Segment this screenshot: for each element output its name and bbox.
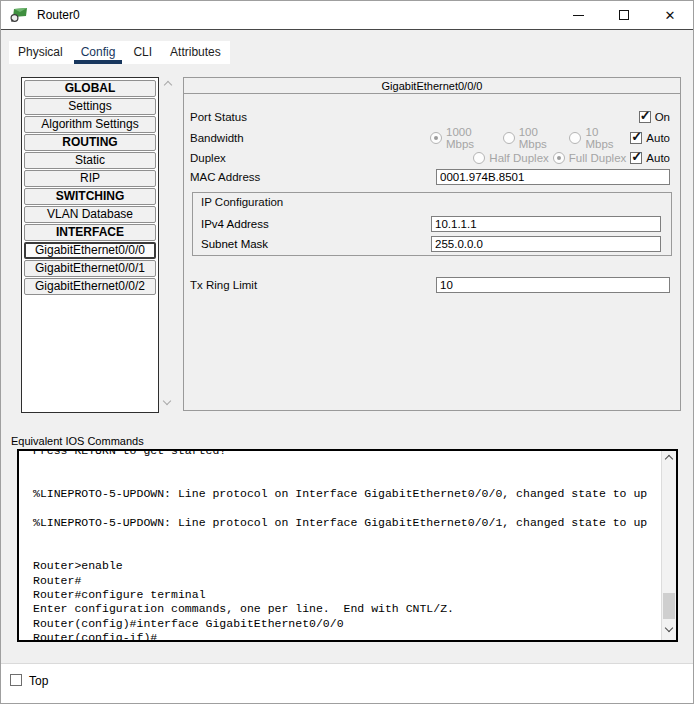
terminal-line: Router# — [33, 574, 656, 588]
interface-panel: GigabitEthernet0/0/0 Port Status On Band… — [183, 77, 681, 411]
close-icon: ✕ — [665, 9, 676, 22]
maximize-button[interactable] — [601, 1, 647, 29]
bandwidth-10-radio[interactable] — [569, 132, 581, 144]
sidebar-item-gig0-0-0[interactable]: GigabitEthernet0/0/0 — [24, 242, 156, 259]
duplex-auto-label: Auto — [646, 152, 670, 164]
mac-address-label: MAC Address — [190, 171, 430, 183]
duplex-row: Duplex Half Duplex Full Duplex Auto — [190, 149, 670, 167]
minimize-icon — [573, 15, 584, 16]
config-sidebar: GLOBAL Settings Algorithm Settings ROUTI… — [21, 77, 159, 413]
tab-config[interactable]: Config — [72, 41, 125, 64]
duplex-label: Duplex — [190, 152, 430, 164]
terminal-line: Enter configuration commands, one per li… — [33, 602, 656, 616]
maximize-icon — [619, 10, 629, 20]
ios-terminal-text: Press RETURN to get started! %LINEPROTO-… — [33, 449, 656, 642]
sidebar-item-gig0-0-1[interactable]: GigabitEthernet0/0/1 — [24, 260, 156, 277]
ip-configuration-title: IP Configuration — [201, 196, 283, 208]
terminal-scroll-up-icon[interactable] — [665, 455, 673, 463]
tab-bar: Physical Config CLI Attributes — [9, 41, 230, 64]
terminal-line: Router#configure terminal — [33, 588, 656, 602]
port-status-checkbox[interactable] — [639, 111, 651, 123]
terminal-line: Press RETURN to get started! — [33, 449, 656, 458]
router-config-window: Router0 ✕ Physical Config CLI Attributes… — [0, 0, 694, 704]
sidebar-item-algorithm-settings[interactable]: Algorithm Settings — [24, 116, 156, 133]
terminal-line: %LINEPROTO-5-UPDOWN: Line protocol on In… — [33, 516, 656, 530]
ipv4-address-row: IPv4 Address — [201, 215, 661, 232]
packet-tracer-router-icon — [9, 7, 29, 23]
bandwidth-label: Bandwidth — [190, 132, 430, 144]
sidebar-item-gig0-0-2[interactable]: GigabitEthernet0/0/2 — [24, 278, 156, 295]
terminal-scrollbar[interactable] — [661, 451, 676, 640]
sidebar-item-rip[interactable]: RIP — [24, 170, 156, 187]
window-title: Router0 — [37, 8, 80, 22]
terminal-line: %LINEPROTO-5-UPDOWN: Line protocol on In… — [33, 487, 656, 501]
terminal-line: Router(config-if)# — [33, 631, 656, 642]
sidebar-item-vlan-database[interactable]: VLAN Database — [24, 206, 156, 223]
duplex-half-label: Half Duplex — [489, 152, 548, 164]
ipv4-address-label: IPv4 Address — [201, 218, 431, 230]
close-button[interactable]: ✕ — [647, 1, 693, 29]
duplex-auto-checkbox[interactable] — [630, 152, 642, 164]
tab-cli[interactable]: CLI — [124, 41, 161, 64]
mac-address-row: MAC Address — [190, 168, 670, 186]
top-checkbox-label: Top — [29, 674, 48, 688]
port-status-label: Port Status — [190, 111, 430, 123]
top-checkbox[interactable] — [10, 674, 22, 686]
terminal-line — [33, 458, 656, 472]
tx-ring-limit-row: Tx Ring Limit — [190, 276, 670, 294]
bandwidth-row: Bandwidth 1000 Mbps 100 Mbps 10 Mbps Aut… — [190, 129, 670, 147]
terminal-line — [33, 545, 656, 559]
duplex-full-radio[interactable] — [553, 152, 565, 164]
terminal-scroll-thumb[interactable] — [663, 593, 675, 619]
bandwidth-1000-radio[interactable] — [430, 132, 442, 144]
sidebar-item-settings[interactable]: Settings — [24, 98, 156, 115]
bandwidth-100-radio[interactable] — [503, 132, 515, 144]
terminal-line — [33, 473, 656, 487]
tab-attributes[interactable]: Attributes — [161, 41, 230, 64]
duplex-full-label: Full Duplex — [569, 152, 627, 164]
footer-bar: Top — [1, 663, 693, 703]
bandwidth-100-label: 100 Mbps — [519, 126, 566, 150]
scroll-down-icon[interactable] — [163, 397, 171, 405]
interface-panel-title: GigabitEthernet0/0/0 — [184, 78, 680, 94]
ios-terminal: Press RETURN to get started! %LINEPROTO-… — [17, 449, 678, 642]
terminal-line: Router(config)#interface GigabitEthernet… — [33, 617, 656, 631]
scroll-up-icon[interactable] — [163, 81, 171, 89]
duplex-half-radio[interactable] — [473, 152, 485, 164]
ipv4-address-input[interactable] — [431, 216, 661, 232]
port-status-on-label: On — [655, 111, 670, 123]
subnet-mask-row: Subnet Mask — [201, 235, 661, 252]
bandwidth-auto-checkbox[interactable] — [630, 132, 642, 144]
minimize-button[interactable] — [555, 1, 601, 29]
tx-ring-limit-input[interactable] — [436, 277, 670, 293]
sidebar-item-switching[interactable]: SWITCHING — [24, 188, 156, 205]
config-tab-content: Physical Config CLI Attributes GLOBAL Se… — [1, 30, 693, 703]
bandwidth-1000-label: 1000 Mbps — [446, 126, 499, 150]
terminal-line: Router>enable — [33, 559, 656, 573]
tx-ring-limit-label: Tx Ring Limit — [190, 279, 430, 291]
bandwidth-auto-label: Auto — [646, 132, 670, 144]
ios-commands-label: Equivalent IOS Commands — [11, 435, 144, 447]
sidebar-item-static[interactable]: Static — [24, 152, 156, 169]
terminal-line — [33, 502, 656, 516]
tab-physical[interactable]: Physical — [9, 41, 72, 64]
sidebar-item-routing[interactable]: ROUTING — [24, 134, 156, 151]
subnet-mask-input[interactable] — [431, 236, 661, 252]
subnet-mask-label: Subnet Mask — [201, 238, 431, 250]
terminal-scroll-down-icon[interactable] — [665, 624, 673, 632]
terminal-line — [33, 530, 656, 544]
bandwidth-10-label: 10 Mbps — [585, 126, 626, 150]
sidebar-scrollbar[interactable] — [161, 77, 174, 413]
sidebar-item-interface[interactable]: INTERFACE — [24, 224, 156, 241]
mac-address-input[interactable] — [436, 169, 670, 185]
ip-configuration-group: IP Configuration IPv4 Address Subnet Mas… — [192, 192, 672, 256]
titlebar[interactable]: Router0 ✕ — [1, 1, 693, 29]
sidebar-item-global[interactable]: GLOBAL — [24, 80, 156, 97]
port-status-row: Port Status On — [190, 108, 670, 126]
